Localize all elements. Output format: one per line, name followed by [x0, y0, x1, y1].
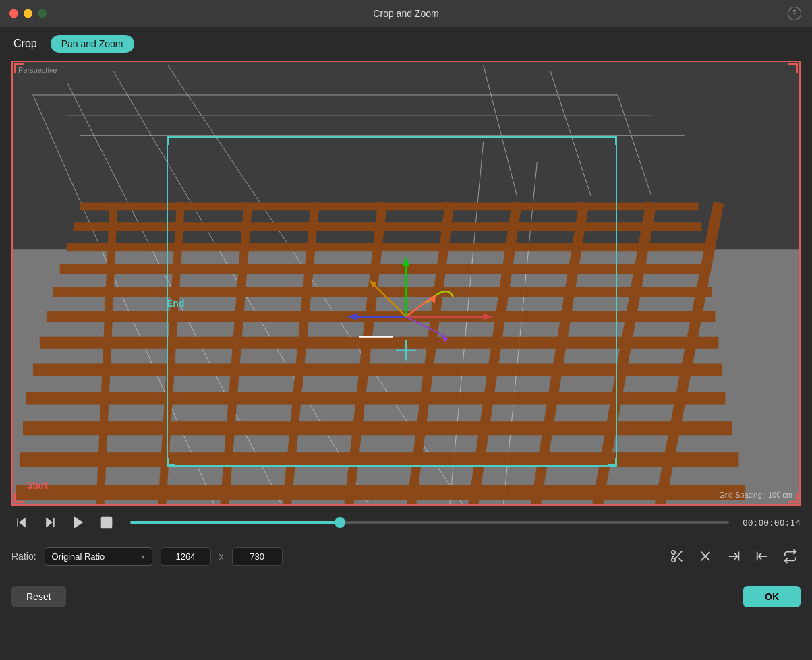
svg-marker-53	[74, 518, 82, 528]
play-button[interactable]	[68, 512, 88, 533]
svg-rect-25	[16, 485, 745, 500]
playback-bar: 00:00:00:14	[0, 506, 812, 539]
window-controls	[9, 9, 47, 18]
close-icon[interactable]	[695, 546, 716, 566]
window-title: Crop and Zoom	[373, 8, 438, 19]
perspective-label: Perspective	[18, 66, 57, 74]
step-back-button[interactable]	[11, 512, 32, 533]
close-button[interactable]	[9, 9, 18, 18]
height-input[interactable]	[232, 547, 283, 566]
svg-rect-54	[102, 518, 112, 528]
start-label: Start	[26, 480, 48, 491]
time-display: 00:00:00:14	[743, 518, 801, 528]
svg-point-56	[672, 558, 676, 562]
red-corner-tr	[788, 63, 798, 73]
timeline-progress	[130, 521, 340, 524]
stop-button[interactable]	[96, 512, 117, 533]
corner-handle-tl[interactable]	[167, 137, 175, 145]
action-bar: Reset OK	[0, 573, 812, 620]
ratio-select[interactable]: Original Ratio ▾	[45, 547, 152, 566]
red-corner-bl	[14, 493, 24, 503]
swap-icon[interactable]	[780, 546, 801, 566]
ok-button[interactable]: OK	[743, 586, 801, 607]
align-right-icon[interactable]	[724, 546, 744, 566]
help-icon[interactable]: ?	[788, 7, 801, 20]
corner-handle-br[interactable]	[608, 458, 616, 466]
reset-button[interactable]: Reset	[11, 586, 66, 607]
minimize-button[interactable]	[24, 9, 32, 18]
timeline-track[interactable]	[130, 521, 729, 524]
svg-line-57	[674, 551, 682, 559]
cyan-selection-box[interactable]	[167, 136, 617, 467]
timeline-thumb[interactable]	[335, 517, 345, 528]
align-left-icon[interactable]	[752, 546, 772, 566]
corner-handle-bl[interactable]	[167, 458, 175, 466]
grid-spacing-label: Grid Spacing : 100 cm	[719, 491, 792, 499]
tab-pan-zoom[interactable]: Pan and Zoom	[51, 35, 134, 53]
step-forward-button[interactable]	[40, 512, 60, 533]
viewport: Perspective Grid Spacing : 100 cm Start	[11, 61, 801, 506]
end-label: End	[167, 298, 184, 309]
ratio-selected-value: Original Ratio	[52, 551, 105, 562]
maximize-button[interactable]	[38, 9, 47, 18]
tab-crop[interactable]: Crop	[13, 35, 37, 53]
scissors-icon[interactable]	[667, 546, 687, 566]
width-input[interactable]	[161, 547, 211, 566]
ratio-tools	[667, 546, 801, 566]
tab-bar: Crop Pan and Zoom	[0, 27, 812, 61]
ratio-bar: Ratio: Original Ratio ▾ x	[0, 539, 812, 573]
title-bar: Crop and Zoom ?	[0, 0, 812, 27]
chevron-down-icon: ▾	[142, 553, 145, 560]
corner-handle-tr[interactable]	[608, 137, 616, 145]
svg-line-58	[678, 558, 682, 561]
ratio-label: Ratio:	[11, 551, 36, 562]
dimension-separator: x	[219, 551, 224, 562]
svg-point-55	[672, 551, 676, 555]
